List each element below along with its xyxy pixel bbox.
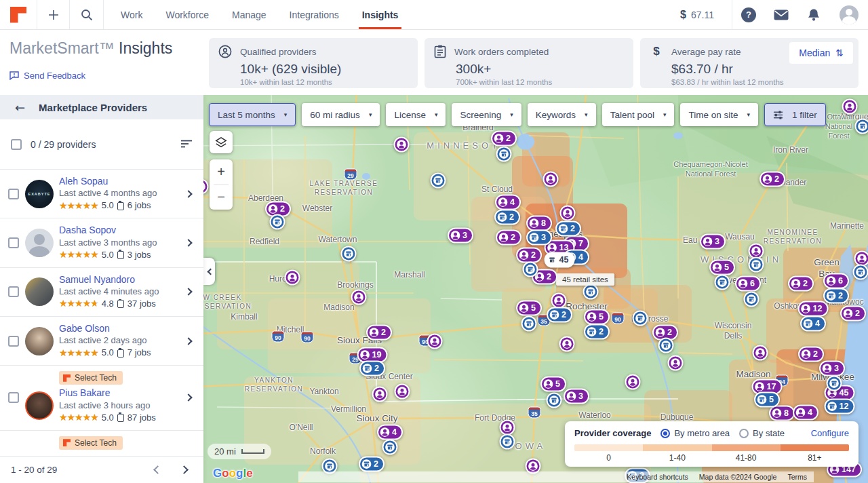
provider-expand-chevron[interactable] (184, 239, 192, 246)
filter-60-mi-radius[interactable]: 60 mi radius▾ (302, 103, 380, 126)
retail-sites-marker[interactable] (431, 173, 446, 189)
retail-sites-marker[interactable] (744, 292, 760, 307)
legend-radio-by-metro-area[interactable]: By metro area (660, 428, 730, 438)
attribution-item[interactable]: Keyboard shortcuts (627, 473, 688, 481)
zoom-out-button[interactable]: − (210, 185, 233, 210)
provider-cluster-marker[interactable] (625, 374, 641, 390)
nav-tab-integrations[interactable]: Integrations (278, 0, 351, 29)
provider-cluster-marker[interactable]: 3 (819, 361, 845, 376)
provider-cluster-marker[interactable] (203, 179, 209, 195)
provider-cluster-marker[interactable]: 3 (700, 234, 726, 250)
provider-cluster-marker[interactable]: 3 (564, 389, 589, 404)
nav-tab-workforce[interactable]: Workforce (154, 0, 220, 29)
provider-cluster-marker[interactable] (560, 206, 576, 221)
provider-cluster-marker[interactable]: 5 (516, 301, 542, 316)
retail-sites-marker[interactable]: 2 (823, 288, 849, 304)
retail-sites-marker[interactable] (853, 265, 868, 280)
help-button[interactable]: ? (732, 7, 765, 22)
provider-checkbox[interactable] (8, 286, 19, 297)
map-canvas[interactable]: MINNESOTAWISCONSINIOWABrainerdSt CloudMi… (203, 95, 868, 483)
previous-page-button[interactable] (153, 465, 162, 474)
retail-sites-marker[interactable] (583, 284, 599, 300)
active-filter-count-button[interactable]: 1 filter (764, 103, 826, 126)
provider-cluster-marker[interactable]: 8 (526, 216, 552, 231)
search-button[interactable] (70, 0, 104, 29)
retail-sites-marker[interactable]: 2 (547, 307, 572, 323)
attribution-item[interactable]: Terms (787, 473, 807, 481)
next-page-button[interactable] (180, 465, 189, 474)
retail-sites-marker[interactable]: 5 (754, 392, 780, 408)
provider-cluster-marker[interactable]: 2 (788, 276, 814, 292)
provider-cluster-marker[interactable] (842, 99, 858, 115)
provider-row[interactable]: Dasha Sopov Last active 3 months ago ★★★… (0, 218, 203, 267)
provider-expand-chevron[interactable] (184, 394, 192, 402)
retail-sites-marker[interactable] (827, 376, 842, 391)
brand-logo[interactable] (0, 0, 37, 29)
provider-cluster-marker[interactable] (395, 384, 410, 400)
provider-cluster-marker[interactable] (372, 387, 388, 402)
provider-cluster-marker[interactable] (753, 345, 768, 361)
provider-checkbox[interactable] (8, 336, 19, 347)
provider-name-link[interactable]: Gabe Olson (59, 322, 183, 334)
messages-button[interactable] (765, 9, 797, 20)
send-feedback-link[interactable]: Send Feedback (9, 71, 85, 81)
provider-cluster-marker[interactable]: 5 (540, 376, 566, 392)
provider-cluster-marker[interactable]: 2 (496, 230, 521, 246)
selected-sites-marker[interactable]: 45 (545, 252, 575, 268)
map-layers-button[interactable] (210, 131, 233, 153)
retail-sites-marker[interactable]: 2 (359, 457, 384, 472)
provider-cluster-marker[interactable]: 8 (769, 406, 795, 421)
provider-cluster-marker[interactable] (427, 334, 443, 349)
zoom-in-button[interactable]: + (210, 159, 233, 185)
provider-cluster-marker[interactable] (551, 293, 567, 309)
user-avatar[interactable] (840, 5, 859, 24)
retail-sites-marker[interactable]: 2 (555, 221, 581, 237)
select-all-checkbox[interactable] (11, 139, 22, 150)
retail-sites-marker[interactable]: 4 (800, 316, 826, 332)
legend-radio-by-state[interactable]: By state (739, 428, 785, 438)
provider-name-link[interactable]: Dasha Sopov (59, 224, 183, 236)
back-button[interactable]: ← (15, 100, 25, 115)
retail-sites-marker[interactable] (521, 316, 537, 332)
retail-sites-marker[interactable] (658, 338, 674, 353)
provider-expand-chevron[interactable] (184, 288, 192, 296)
retail-sites-marker[interactable]: 12 (825, 399, 855, 414)
retail-sites-marker[interactable]: 2 (494, 210, 520, 225)
provider-row[interactable]: Gabe Olson Last active 2 days ago ★★★★★★… (0, 317, 203, 366)
provider-cluster-marker[interactable]: 3 (448, 228, 473, 244)
wallet-balance[interactable]: $ 67.11 (663, 0, 732, 29)
provider-expand-chevron[interactable] (184, 190, 192, 197)
provider-cluster-marker[interactable]: 4 (377, 425, 403, 440)
notifications-button[interactable] (797, 8, 830, 22)
sort-button[interactable] (180, 138, 193, 151)
provider-row[interactable]: EXABYTE Aleh Sopau Last active 4 months … (0, 170, 203, 218)
provider-cluster-marker[interactable]: 12 (798, 301, 829, 317)
provider-cluster-marker[interactable]: 2 (491, 131, 517, 147)
provider-cluster-marker[interactable]: 5 (584, 309, 610, 325)
retail-sites-marker[interactable] (855, 119, 868, 134)
provider-cluster-marker[interactable] (500, 420, 515, 436)
filter-last-5-months[interactable]: Last 5 months▾ (209, 103, 296, 126)
retail-sites-marker[interactable] (547, 393, 562, 408)
retail-sites-marker[interactable] (341, 246, 357, 262)
retail-sites-marker[interactable]: 3 (526, 230, 552, 246)
provider-cluster-marker[interactable] (559, 336, 575, 352)
provider-cluster-marker[interactable] (285, 270, 300, 286)
provider-row[interactable]: Select Tech Pius Bakare Last active 3 ho… (0, 366, 203, 430)
provider-cluster-marker[interactable]: 2 (366, 325, 392, 341)
retail-sites-marker[interactable] (633, 311, 648, 326)
median-toggle-button[interactable]: Median ⇅ (789, 42, 853, 64)
attribution-item[interactable]: Map data ©2024 Google (699, 473, 777, 481)
retail-sites-marker[interactable] (715, 275, 730, 290)
retail-sites-marker[interactable] (270, 214, 285, 230)
provider-name-link[interactable]: Aleh Sopau (59, 175, 183, 187)
create-button[interactable] (37, 0, 70, 29)
nav-tab-manage[interactable]: Manage (220, 0, 278, 29)
filter-time-on-site[interactable]: Time on site▾ (680, 103, 758, 126)
retail-sites-marker[interactable] (749, 257, 764, 273)
provider-cluster-marker[interactable]: 2 (760, 172, 785, 187)
sidebar-collapse-handle[interactable] (203, 258, 215, 285)
retail-sites-marker[interactable]: 2 (359, 361, 385, 376)
filter-license[interactable]: License▾ (386, 103, 446, 126)
provider-checkbox[interactable] (8, 237, 19, 248)
